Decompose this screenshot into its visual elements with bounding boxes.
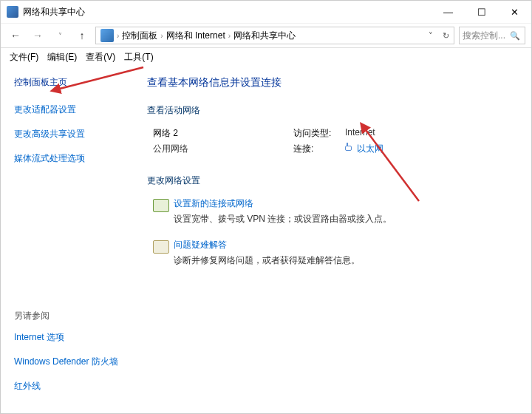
new-connection-desc: 设置宽带、拨号或 VPN 连接；或设置路由器或接入点。 <box>174 213 392 225</box>
ethernet-icon <box>345 143 354 152</box>
sidebar-seealso-heading: 另请参阅 <box>14 310 128 322</box>
history-dropdown[interactable]: ˅ <box>424 31 437 41</box>
sidebar-adapter-settings[interactable]: 更改适配器设置 <box>14 104 128 116</box>
refresh-button[interactable]: ↻ <box>439 31 452 41</box>
breadcrumb-mid[interactable]: 网络和 Internet <box>166 30 225 42</box>
control-panel-icon <box>100 29 114 42</box>
breadcrumb-leaf[interactable]: 网络和共享中心 <box>233 30 296 42</box>
troubleshoot-link[interactable]: 问题疑难解答 <box>174 239 360 251</box>
page-heading: 查看基本网络信息并设置连接 <box>147 76 519 89</box>
search-placeholder: 搜索控制... <box>463 30 505 42</box>
breadcrumb-root[interactable]: 控制面板 <box>122 30 157 42</box>
connection-value: 以太网 <box>357 143 383 154</box>
chevron-right-icon: › <box>117 32 119 40</box>
menu-file[interactable]: 文件(F) <box>7 51 41 64</box>
active-networks-heading: 查看活动网络 <box>147 104 519 117</box>
menu-edit[interactable]: 编辑(E) <box>44 51 80 64</box>
titlebar: 网络和共享中心 — ☐ ✕ <box>1 1 531 23</box>
sidebar: 控制面板主页 更改适配器设置 更改高级共享设置 媒体流式处理选项 另请参阅 In… <box>1 66 141 414</box>
troubleshoot-desc: 诊断并修复网络问题，或者获得疑难解答信息。 <box>174 254 360 267</box>
search-input[interactable]: 搜索控制... 🔍 <box>459 27 525 44</box>
option-new-connection: 设置新的连接或网络 设置宽带、拨号或 VPN 连接；或设置路由器或接入点。 <box>153 197 519 225</box>
window-controls: — ☐ ✕ <box>432 1 531 23</box>
sidebar-advanced-sharing[interactable]: 更改高级共享设置 <box>14 128 128 140</box>
up-button[interactable]: ↑ <box>73 27 91 44</box>
forward-button[interactable]: → <box>29 27 47 44</box>
option-troubleshoot: 问题疑难解答 诊断并修复网络问题，或者获得疑难解答信息。 <box>153 239 519 267</box>
maximize-button[interactable]: ☐ <box>465 1 498 23</box>
back-button[interactable]: ← <box>7 27 24 44</box>
menubar: 文件(F) 编辑(E) 查看(V) 工具(T) <box>1 48 531 66</box>
troubleshoot-icon <box>153 240 169 254</box>
change-settings-heading: 更改网络设置 <box>147 174 519 187</box>
network-type: 公用网络 <box>153 143 293 155</box>
recent-dropdown[interactable]: ˅ <box>51 27 69 44</box>
connection-link[interactable]: 以太网 <box>345 143 383 155</box>
chevron-right-icon: › <box>228 32 231 40</box>
minimize-button[interactable]: — <box>432 1 465 23</box>
active-network-row: 网络 2 公用网络 访问类型: Internet 连接: 以太网 <box>153 127 519 158</box>
menu-view[interactable]: 查看(V) <box>83 51 118 64</box>
app-icon <box>7 6 18 18</box>
connection-label: 连接: <box>293 143 345 155</box>
access-type-value: Internet <box>345 127 375 140</box>
window-title: 网络和共享中心 <box>23 6 432 18</box>
network-name: 网络 2 <box>153 127 293 140</box>
sidebar-defender-firewall[interactable]: Windows Defender 防火墙 <box>14 356 128 368</box>
search-icon: 🔍 <box>510 31 520 41</box>
menu-tools[interactable]: 工具(T) <box>121 51 156 64</box>
chevron-right-icon: › <box>160 32 163 40</box>
sidebar-home[interactable]: 控制面板主页 <box>14 76 128 89</box>
access-type-label: 访问类型: <box>293 127 345 140</box>
sidebar-media-streaming[interactable]: 媒体流式处理选项 <box>14 152 128 165</box>
main-panel: 查看基本网络信息并设置连接 查看活动网络 网络 2 公用网络 访问类型: Int… <box>141 66 531 414</box>
close-button[interactable]: ✕ <box>498 1 531 23</box>
new-connection-link[interactable]: 设置新的连接或网络 <box>174 197 392 210</box>
content-body: 控制面板主页 更改适配器设置 更改高级共享设置 媒体流式处理选项 另请参阅 In… <box>1 66 531 414</box>
new-connection-icon <box>153 199 169 212</box>
navbar: ← → ˅ ↑ › 控制面板 › 网络和 Internet › 网络和共享中心 … <box>1 23 531 48</box>
sidebar-internet-options[interactable]: Internet 选项 <box>14 331 128 344</box>
breadcrumb[interactable]: › 控制面板 › 网络和 Internet › 网络和共享中心 ˅ ↻ <box>95 27 454 44</box>
sidebar-infrared[interactable]: 红外线 <box>14 380 128 393</box>
